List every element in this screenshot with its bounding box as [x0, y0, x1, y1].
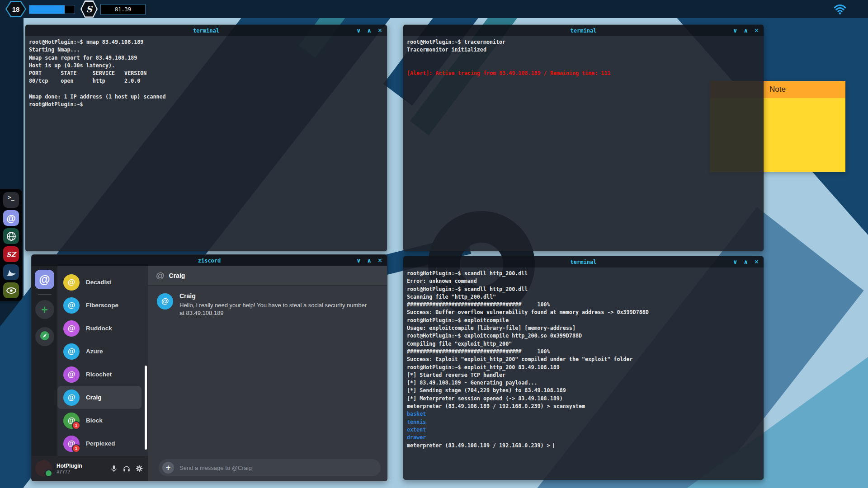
terminal-cursor [553, 443, 554, 448]
terminal-line: extent [407, 426, 760, 434]
window-title: ziscord [198, 258, 221, 264]
mic-icon[interactable] [109, 464, 119, 474]
titlebar[interactable]: terminal ∨∧✕ [403, 25, 764, 36]
dock-item-terminal[interactable]: >_ [3, 192, 19, 208]
window-controls: ∨∧✕ [356, 25, 382, 36]
xp-progress-fill [29, 5, 65, 14]
ziscord-home-icon[interactable]: @ [35, 270, 54, 289]
titlebar[interactable]: terminal ∨∧✕ [25, 25, 387, 36]
message-author: Craig [179, 292, 369, 300]
minimize-button[interactable]: ∨ [733, 256, 738, 267]
contact-avatar: @1 [63, 436, 80, 452]
window-terminal-tracer: terminal ∨∧✕ root@HotPlugin:~$ tracermon… [403, 24, 764, 252]
terminal-line: PORT STATE SERVICE VERSION [29, 70, 383, 77]
contact-row-azure[interactable]: @Azure [57, 340, 144, 363]
contact-row-fiberscope[interactable]: @Fiberscope [57, 294, 144, 317]
window-title: terminal [193, 28, 219, 34]
terminal-output[interactable]: root@HotPlugin:~$ tracermonitorTracermon… [403, 36, 764, 251]
terminal-line: root@HotPlugin:~$ scandll http_200.dll [407, 270, 760, 277]
dock-item-wave-app[interactable] [3, 264, 19, 280]
contact-row-ruddock[interactable]: @Ruddock [57, 317, 144, 340]
minimize-button[interactable]: ∨ [356, 25, 361, 36]
contact-name: Decadist [86, 279, 111, 286]
contact-row-block[interactable]: @1Block [57, 409, 144, 432]
dock-item-watcher-app[interactable] [3, 282, 19, 298]
close-button[interactable]: ✕ [754, 25, 759, 36]
close-button[interactable]: ✕ [377, 25, 382, 36]
window-terminal-exploit: terminal ∨∧✕ root@HotPlugin:~$ scandll h… [403, 256, 764, 480]
terminal-line: basket [407, 410, 760, 418]
game-logo-glyph: S [86, 4, 92, 14]
terminal-line: [*] Started reverse TCP handler [407, 371, 760, 379]
top-hud-bar: 18 S 81.39 [0, 0, 868, 18]
contact-row-decadist[interactable]: @Decadist [57, 271, 144, 294]
user-discriminator: #7777 [57, 469, 106, 474]
rail-divider [38, 294, 52, 295]
contact-avatar: @ [63, 389, 80, 406]
terminal-line: [Alert]: Active tracing from 83.49.108.1… [407, 70, 760, 77]
minimize-button[interactable]: ∨ [733, 25, 738, 36]
ziscord-icon: @ [3, 210, 19, 226]
message-input[interactable] [179, 464, 377, 472]
terminal-line [407, 62, 760, 70]
unread-badge: 1 [72, 444, 80, 453]
terminal-line: Usage: exploitcompile [library-file] [me… [407, 324, 760, 332]
close-button[interactable]: ✕ [754, 256, 759, 267]
online-status-dot [44, 469, 53, 478]
contact-row-perplexed[interactable]: @1Perplexed [57, 432, 144, 455]
contact-name: Block [86, 417, 103, 424]
xp-progress-bar [29, 5, 75, 14]
terminal-line: root@HotPlugin:~$ tracermonitor [407, 38, 760, 46]
minimize-button[interactable]: ∨ [356, 255, 361, 266]
headphones-icon[interactable] [122, 464, 132, 474]
unread-badge: 1 [72, 421, 80, 430]
money-value: 81.39 [115, 6, 131, 13]
maximize-button[interactable]: ∧ [744, 256, 749, 267]
maximize-button[interactable]: ∧ [367, 255, 372, 266]
contact-avatar: @ [63, 274, 80, 291]
terminal-line: meterpreter (83.49.108.189 / 192.168.0.2… [407, 403, 760, 410]
close-button[interactable]: ✕ [377, 255, 382, 266]
compass-icon [39, 330, 50, 343]
terminal-line: root@HotPlugin:~$ [29, 101, 383, 108]
maximize-button[interactable]: ∧ [744, 25, 749, 36]
terminal-line: root@HotPlugin:~$ exploitcompile http_20… [407, 332, 760, 340]
user-avatar[interactable] [35, 460, 52, 477]
gear-icon[interactable] [134, 464, 144, 474]
game-logo-icon: S [80, 0, 98, 18]
at-icon: @ [156, 271, 165, 281]
level-value: 18 [12, 5, 20, 13]
titlebar[interactable]: terminal ∨∧✕ [403, 256, 764, 267]
contact-row-ricochet[interactable]: @Ricochet [57, 363, 144, 386]
chat-panel: @ Craig @CraigHello, i really need your … [148, 266, 387, 481]
terminal-line: Host is up (0.30s latency). [29, 62, 383, 70]
terminal-line: root@HotPlugin:~$ scandll http_200.dll [407, 286, 760, 293]
dock-item-ziscord[interactable]: @ [3, 210, 19, 226]
terminal-line: Success: Exploit "exploit_http_200" comp… [407, 356, 760, 363]
terminal-line: meterpreter (83.49.108.189 / 192.168.0.2… [407, 442, 760, 450]
wifi-icon[interactable] [832, 2, 848, 16]
contact-row-craig[interactable]: @Craig [57, 386, 142, 409]
message-avatar: @ [157, 293, 173, 310]
plus-icon: + [41, 304, 48, 315]
desktop: 18 S 81.39 >_@SZ Note [0, 0, 868, 488]
window-title: terminal [571, 259, 597, 265]
terminal-line: Nmap scan report for 83.49.108.189 [29, 54, 383, 62]
terminal-line: root@HotPlugin:~$ exploit_http_200 83.49… [407, 364, 760, 371]
maximize-button[interactable]: ∧ [367, 25, 372, 36]
terminal-output[interactable]: root@HotPlugin:~$ nmap 83.49.108.189Star… [25, 36, 387, 251]
explore-button[interactable] [35, 327, 54, 346]
contacts-scrollbar[interactable] [145, 366, 147, 450]
add-server-button[interactable]: + [35, 300, 54, 319]
window-controls: ∨∧✕ [356, 255, 382, 266]
plus-icon: + [166, 463, 171, 473]
level-badge: 18 [5, 1, 26, 17]
dock-item-sz-app[interactable]: SZ [3, 246, 19, 262]
contact-avatar: @ [63, 320, 80, 337]
contact-avatar: @ [63, 366, 80, 383]
attach-button[interactable]: + [162, 462, 174, 474]
terminal-line: #################################### 100… [407, 348, 760, 356]
terminal-output[interactable]: root@HotPlugin:~$ scandll http_200.dllEr… [403, 267, 764, 480]
titlebar[interactable]: ziscord ∨∧✕ [32, 255, 387, 266]
dock-item-browser[interactable] [3, 228, 19, 244]
